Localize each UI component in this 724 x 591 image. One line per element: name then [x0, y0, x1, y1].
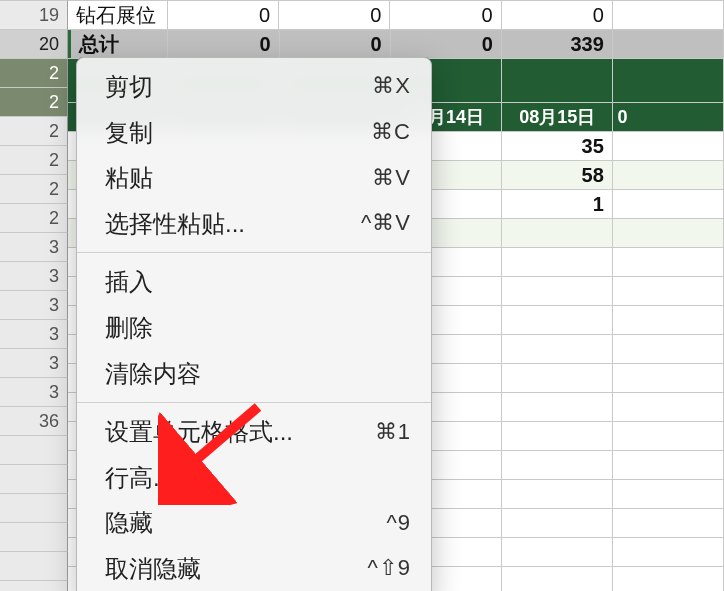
cell[interactable] [613, 219, 724, 247]
cell[interactable] [502, 509, 613, 537]
menu-shortcut: ^⌘V [361, 208, 411, 239]
cell[interactable] [502, 277, 613, 305]
menu-item-format-cells[interactable]: 设置单元格格式... ⌘1 [77, 409, 431, 455]
row-header-selected[interactable]: 20 [0, 29, 68, 58]
menu-label: 行高... [105, 461, 411, 495]
menu-label: 剪切 [105, 70, 372, 104]
cell[interactable] [502, 59, 613, 102]
row-header[interactable]: 3 [0, 232, 68, 261]
menu-shortcut: ⌘C [371, 117, 411, 148]
menu-item-insert[interactable]: 插入 [77, 259, 431, 305]
row-header[interactable] [0, 435, 68, 464]
cell[interactable] [502, 364, 613, 392]
cell-total-label[interactable]: 总计 [68, 30, 168, 58]
menu-shortcut: ⌘V [372, 163, 411, 194]
cell[interactable] [613, 567, 724, 591]
cell[interactable] [613, 30, 724, 58]
menu-label: 复制 [105, 116, 371, 150]
menu-label: 设置单元格格式... [105, 415, 375, 449]
menu-item-paste-special[interactable]: 选择性粘贴... ^⌘V [77, 201, 431, 247]
cell-date[interactable]: 0 [613, 103, 724, 131]
cell[interactable] [613, 538, 724, 566]
cell[interactable]: 0 [390, 1, 501, 29]
cell-date[interactable]: 08月15日 [502, 103, 613, 131]
cell[interactable] [502, 538, 613, 566]
cell[interactable] [613, 422, 724, 450]
cell[interactable] [613, 1, 724, 29]
cell[interactable] [502, 393, 613, 421]
row-header[interactable]: 3 [0, 290, 68, 319]
cell[interactable] [502, 306, 613, 334]
cell[interactable]: 0 [502, 1, 613, 29]
row-header[interactable]: 3 [0, 319, 68, 348]
row-header[interactable]: 2 [0, 116, 68, 145]
row-header-gutter: 19 20 2 2 2 2 2 2 3 3 3 3 3 3 36 [0, 0, 68, 591]
cell[interactable]: 35 [502, 132, 613, 160]
row-header[interactable]: 2 [0, 145, 68, 174]
menu-item-hide[interactable]: 隐藏 ^9 [77, 500, 431, 546]
row-header[interactable]: 3 [0, 261, 68, 290]
row-header[interactable]: 2 [0, 174, 68, 203]
cell[interactable] [613, 451, 724, 479]
cell[interactable] [613, 335, 724, 363]
cell[interactable]: 1 [502, 190, 613, 218]
row-header[interactable] [0, 551, 68, 580]
cell[interactable]: 339 [502, 30, 613, 58]
cell[interactable]: 0 [391, 30, 502, 58]
data-row: 钻石展位 0 0 0 0 [68, 0, 724, 29]
menu-shortcut: ^⇧9 [367, 553, 411, 584]
cell[interactable] [613, 364, 724, 392]
menu-shortcut: ⌘1 [375, 417, 411, 448]
cell[interactable] [613, 248, 724, 276]
cell[interactable] [613, 161, 724, 189]
menu-label: 粘贴 [105, 161, 372, 195]
menu-separator [77, 402, 431, 403]
cell[interactable]: 0 [168, 30, 279, 58]
cell[interactable] [613, 277, 724, 305]
cell[interactable] [502, 422, 613, 450]
menu-item-copy[interactable]: 复制 ⌘C [77, 110, 431, 156]
row-header[interactable]: 19 [0, 0, 68, 29]
cell[interactable] [502, 480, 613, 508]
cell[interactable] [502, 451, 613, 479]
cell[interactable] [613, 59, 724, 102]
cell[interactable] [613, 190, 724, 218]
menu-label: 插入 [105, 265, 411, 299]
cell[interactable] [502, 567, 613, 591]
menu-item-unhide[interactable]: 取消隐藏 ^⇧9 [77, 546, 431, 591]
menu-item-cut[interactable]: 剪切 ⌘X [77, 64, 431, 110]
cell[interactable] [502, 219, 613, 247]
total-row-selected: 总计 0 0 0 339 [68, 29, 724, 58]
row-header[interactable]: 2 [0, 87, 68, 116]
cell[interactable] [613, 393, 724, 421]
menu-item-clear[interactable]: 清除内容 [77, 351, 431, 397]
row-header[interactable]: 3 [0, 377, 68, 406]
cell[interactable] [613, 132, 724, 160]
menu-item-row-height[interactable]: 行高... [77, 455, 431, 501]
cell[interactable]: 0 [279, 1, 390, 29]
row-header[interactable]: 2 [0, 58, 68, 87]
cell[interactable] [613, 509, 724, 537]
row-header[interactable]: 2 [0, 203, 68, 232]
cell[interactable] [613, 306, 724, 334]
menu-item-paste[interactable]: 粘贴 ⌘V [77, 155, 431, 201]
cell[interactable] [613, 480, 724, 508]
menu-item-delete[interactable]: 删除 [77, 305, 431, 351]
row-header[interactable] [0, 464, 68, 493]
cell[interactable] [502, 248, 613, 276]
menu-label: 取消隐藏 [105, 552, 367, 586]
row-header[interactable] [0, 493, 68, 522]
row-header[interactable] [0, 580, 68, 591]
spreadsheet: 19 20 2 2 2 2 2 2 3 3 3 3 3 3 36 钻石展位 0 … [0, 0, 724, 591]
menu-shortcut: ^9 [386, 508, 411, 539]
cell[interactable]: 0 [168, 1, 279, 29]
row-header[interactable]: 36 [0, 406, 68, 435]
menu-label: 选择性粘贴... [105, 207, 361, 241]
cell[interactable] [502, 335, 613, 363]
row-header[interactable]: 3 [0, 348, 68, 377]
cell[interactable]: 0 [280, 30, 391, 58]
cell-label[interactable]: 钻石展位 [68, 1, 168, 29]
menu-separator [77, 252, 431, 253]
row-header[interactable] [0, 522, 68, 551]
cell[interactable]: 58 [502, 161, 613, 189]
